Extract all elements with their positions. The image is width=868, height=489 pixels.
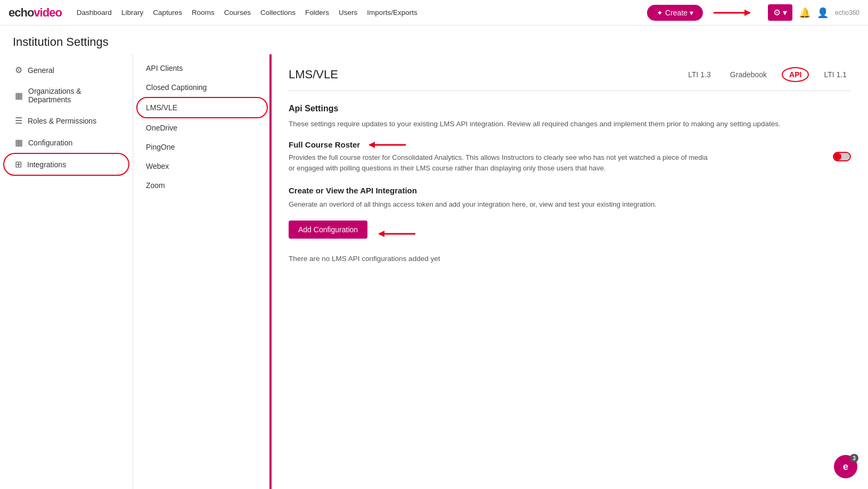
arrow-annotation-gear <box>714 7 761 18</box>
divider <box>289 91 851 91</box>
arrow-annotation-roster <box>364 141 407 149</box>
nav-collections[interactable]: Collections <box>260 9 296 17</box>
nav-folders[interactable]: Folders <box>305 9 329 17</box>
create-section-title: Create or View the API Integration <box>289 186 851 195</box>
roster-desc: Provides the full course roster for Cons… <box>289 152 715 173</box>
create-api-section: Create or View the API Integration Gener… <box>289 186 851 210</box>
create-button[interactable]: ✦ Create ▾ <box>647 5 703 21</box>
mid-item-api-clients[interactable]: API Clients <box>133 59 271 78</box>
nav-library[interactable]: Library <box>121 9 143 17</box>
bell-button[interactable]: 🔔 <box>799 7 810 19</box>
sidebar-item-label: Roles & Permissions <box>28 117 96 125</box>
mid-item-zoom[interactable]: Zoom <box>133 176 271 195</box>
echo360-label: echo360 <box>835 9 859 17</box>
roster-title: Full Course Roster <box>289 140 360 149</box>
api-settings-desc: These settings require updates to your e… <box>289 119 851 129</box>
topnav-right: ⚙ ▾ 🔔 👤 echo360 <box>714 4 859 21</box>
sidebar-item-integrations[interactable]: ⊞ Integrations <box>4 154 128 175</box>
sidebar-item-orgs[interactable]: ▦ Organizations & Departments <box>4 82 128 109</box>
toggle-track <box>833 152 851 161</box>
mid-item-pingone[interactable]: PingOne <box>133 137 271 157</box>
sidebar: ⚙ General ▦ Organizations & Departments … <box>0 54 133 489</box>
sidebar-item-roles[interactable]: ☰ Roles & Permissions <box>4 110 128 131</box>
tab-gradebook[interactable]: Gradebook <box>726 68 771 81</box>
mid-item-closed-captioning[interactable]: Closed Captioning <box>133 78 271 97</box>
nav-users[interactable]: Users <box>339 9 357 17</box>
mid-item-lms-vle[interactable]: LMS/VLE <box>137 98 267 117</box>
support-badge-letter: e <box>843 461 848 472</box>
lms-header: LMS/VLE LTI 1.3 Gradebook API LTI 1.1 <box>289 67 851 82</box>
lms-title: LMS/VLE <box>289 68 338 82</box>
api-settings-section: Api Settings These settings require upda… <box>289 104 851 129</box>
support-badge[interactable]: e 3 <box>834 455 857 478</box>
top-navigation: echovideo Dashboard Library Captures Roo… <box>0 0 868 26</box>
nav-captures[interactable]: Captures <box>153 9 182 17</box>
sidebar-item-label: Integrations <box>27 160 66 169</box>
lms-tabs: LTI 1.3 Gradebook API LTI 1.1 <box>684 67 851 82</box>
gear-icon: ⚙ <box>773 7 781 18</box>
content-area: ⚙ General ▦ Organizations & Departments … <box>0 54 868 489</box>
settings-gear-button[interactable]: ⚙ ▾ <box>768 4 792 21</box>
toggle-thumb <box>834 153 841 160</box>
sidebar-item-label: General <box>28 66 54 75</box>
full-course-roster-toggle[interactable] <box>833 152 851 161</box>
nav-rooms[interactable]: Rooms <box>192 9 215 17</box>
roles-icon: ☰ <box>15 116 22 126</box>
mid-column: API Clients Closed Captioning LMS/VLE On… <box>133 54 272 489</box>
logo-video: video <box>34 6 61 19</box>
sidebar-item-config[interactable]: ▦ Configuration <box>4 132 128 153</box>
svg-marker-5 <box>378 231 384 237</box>
gear-icon: ⚙ <box>15 65 22 75</box>
user-button[interactable]: 👤 <box>817 7 829 19</box>
no-config-text: There are no LMS API configurations adde… <box>289 255 851 263</box>
tab-api[interactable]: API <box>782 67 809 82</box>
svg-marker-3 <box>369 142 375 148</box>
add-configuration-button[interactable]: Add Configuration <box>289 221 367 239</box>
right-panel: LMS/VLE LTI 1.3 Gradebook API LTI 1.1 Ap… <box>269 54 868 489</box>
create-section-desc: Generate an overlord of all things acces… <box>289 199 851 210</box>
gear-chevron-icon: ▾ <box>783 7 787 18</box>
page-container: Institution Settings ⚙ General ▦ Organiz… <box>0 26 868 489</box>
support-badge-count: 3 <box>850 454 858 462</box>
mid-item-onedrive[interactable]: OneDrive <box>133 118 271 137</box>
svg-marker-1 <box>744 10 751 16</box>
building-icon: ▦ <box>15 91 23 101</box>
arrow-annotation-addconfig <box>374 230 416 238</box>
full-course-roster-section: Full Course Roster Provides the full cou… <box>289 140 851 173</box>
nav-imports-exports[interactable]: Imports/Exports <box>367 9 417 17</box>
nav-links: Dashboard Library Captures Rooms Courses… <box>77 9 636 17</box>
api-settings-title: Api Settings <box>289 104 851 113</box>
sidebar-item-label: Organizations & Departments <box>28 87 118 104</box>
logo-echo: echo <box>9 6 34 19</box>
config-icon: ▦ <box>15 137 23 148</box>
logo[interactable]: echovideo <box>9 6 62 20</box>
tab-lti11[interactable]: LTI 1.1 <box>820 68 851 81</box>
roster-header: Full Course Roster Provides the full cou… <box>289 140 851 173</box>
add-config-row: Add Configuration <box>289 221 851 247</box>
tab-lti13[interactable]: LTI 1.3 <box>684 68 715 81</box>
nav-dashboard[interactable]: Dashboard <box>77 9 112 17</box>
mid-item-webex[interactable]: Webex <box>133 157 271 176</box>
integrations-icon: ⊞ <box>15 159 22 169</box>
page-title: Institution Settings <box>0 26 868 54</box>
nav-courses[interactable]: Courses <box>224 9 251 17</box>
sidebar-item-label: Configuration <box>28 138 72 147</box>
sidebar-item-general[interactable]: ⚙ General <box>4 60 128 80</box>
